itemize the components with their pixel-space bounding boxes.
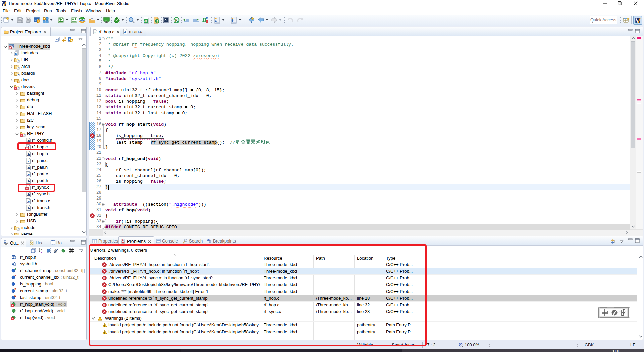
svg-text:S: S [14,288,16,291]
svg-text:c: c [15,268,16,270]
svg-text:.ld: .ld [144,20,147,22]
svg-text:K: K [175,18,178,23]
svg-text:?: ? [156,20,158,23]
svg-text:S: S [14,274,16,277]
svg-text:S: S [14,295,16,297]
svg-text:z: z [41,251,42,254]
